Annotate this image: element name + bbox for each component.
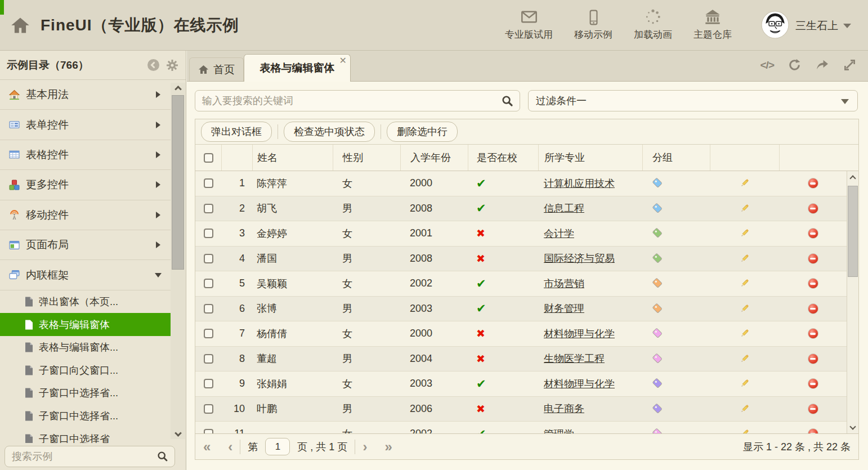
sidebar-subitem[interactable]: 弹出窗体（本页... [0, 290, 171, 314]
sidebar-subitem[interactable]: 子窗口向父窗口... [0, 359, 171, 382]
major-link[interactable]: 财务管理 [544, 302, 584, 315]
col-group[interactable]: 分组 [642, 145, 710, 171]
check-selection-button[interactable]: 检查选中项状态 [284, 122, 375, 142]
edit-pencil-icon[interactable] [739, 277, 750, 289]
nav-mobile[interactable]: 移动示例 [574, 7, 612, 41]
major-link[interactable]: 信息工程 [544, 202, 584, 215]
keyword-search-input[interactable] [195, 95, 502, 107]
sidebar-subitem[interactable]: 表格与编辑窗体... [0, 336, 171, 359]
tab-home[interactable]: 首页 [189, 57, 244, 81]
sidebar-item-mobile[interactable]: 移动控件 [0, 200, 171, 230]
sidebar-item-layout[interactable]: 页面布局 [0, 230, 171, 260]
major-link[interactable]: 材料物理与化学 [544, 327, 615, 341]
edit-pencil-icon[interactable] [739, 203, 750, 214]
refresh-icon[interactable] [788, 58, 802, 72]
delete-icon[interactable] [808, 253, 818, 264]
sidebar-scrollbar[interactable] [171, 83, 185, 439]
edit-pencil-icon[interactable] [739, 353, 750, 365]
edit-pencil-icon[interactable] [739, 328, 750, 339]
prev-page-icon[interactable]: ‹ [228, 440, 232, 454]
row-checkbox[interactable] [204, 354, 213, 364]
sidebar-subitem[interactable]: 子窗口中选择省... [0, 382, 171, 405]
major-link[interactable]: 计算机应用技术 [544, 177, 615, 190]
col-gender[interactable]: 性别 [333, 145, 400, 171]
share-icon[interactable] [815, 58, 829, 72]
major-link[interactable]: 市场营销 [544, 277, 584, 290]
edit-pencil-icon[interactable] [739, 378, 750, 390]
col-enrolled[interactable]: 是否在校 [468, 145, 538, 171]
scroll-down-icon[interactable] [171, 427, 185, 439]
scroll-up-icon[interactable] [847, 172, 858, 185]
sidebar-item-more[interactable]: 更多控件 [0, 170, 171, 200]
user-menu[interactable]: 三生石上 [795, 19, 851, 33]
nav-themes[interactable]: 主题仓库 [693, 7, 732, 41]
cell-gender: 女 [333, 371, 400, 396]
major-link[interactable]: 会计学 [544, 227, 574, 240]
scroll-up-icon[interactable] [171, 83, 185, 95]
table-scrollbar[interactable] [847, 171, 858, 434]
search-icon[interactable] [502, 95, 513, 107]
avatar[interactable] [761, 11, 789, 39]
row-checkbox[interactable] [204, 178, 213, 188]
delete-icon[interactable] [808, 378, 818, 389]
edit-pencil-icon[interactable] [739, 403, 750, 415]
gear-icon[interactable] [165, 59, 179, 72]
edit-pencil-icon[interactable] [739, 303, 750, 315]
delete-icon[interactable] [808, 404, 818, 414]
page-number-input[interactable] [265, 438, 290, 455]
delete-icon[interactable] [808, 203, 818, 214]
col-year[interactable]: 入学年份 [400, 145, 468, 171]
sidebar-item-basic[interactable]: 基本用法 [0, 80, 171, 110]
edit-pencil-icon[interactable] [739, 253, 750, 265]
row-checkbox[interactable] [204, 254, 213, 263]
row-checkbox[interactable] [204, 329, 213, 338]
sidebar-subitem[interactable]: 子窗口中选择省 [0, 427, 171, 443]
next-page-icon[interactable]: › [363, 440, 367, 454]
nav-loading[interactable]: 加载动画 [634, 7, 672, 41]
sidebar-item-grid[interactable]: 表格控件 [0, 140, 171, 170]
tab-active[interactable]: 表格与编辑窗体 ✕ [244, 54, 351, 82]
major-link[interactable]: 电子商务 [544, 402, 584, 415]
scroll-down-icon[interactable] [847, 420, 858, 433]
delete-icon[interactable] [808, 353, 818, 364]
sidebar-subitem-active[interactable]: 表格与编辑窗体 [0, 313, 171, 336]
row-checkbox[interactable] [204, 379, 213, 388]
nav-trial[interactable]: 专业版试用 [505, 7, 553, 41]
sidebar-item-iframe[interactable]: 内联框架 [0, 260, 171, 290]
filter-dropdown[interactable]: 过滤条件一 [528, 90, 858, 111]
col-major[interactable]: 所学专业 [538, 145, 642, 171]
row-checkbox[interactable] [204, 404, 213, 414]
major-link[interactable]: 生物医学工程 [544, 352, 605, 365]
expand-icon[interactable] [843, 58, 857, 72]
major-link[interactable]: 材料物理与化学 [544, 377, 615, 391]
code-icon[interactable]: </> [760, 59, 774, 71]
scrollbar-thumb[interactable] [848, 186, 858, 277]
open-dialog-button[interactable]: 弹出对话框 [201, 122, 272, 142]
search-icon[interactable] [157, 451, 168, 462]
row-checkbox[interactable] [204, 229, 213, 238]
sidebar-subitem[interactable]: 子窗口中选择省... [0, 405, 171, 428]
select-all-checkbox[interactable] [204, 153, 213, 163]
major-link[interactable]: 国际经济与贸易 [544, 252, 615, 265]
col-name[interactable]: 姓名 [252, 145, 333, 171]
row-checkbox[interactable] [204, 279, 213, 288]
first-page-icon[interactable]: « [203, 440, 211, 454]
row-checkbox[interactable] [204, 304, 213, 314]
row-checkbox[interactable] [204, 204, 213, 213]
scrollbar-thumb[interactable] [172, 95, 184, 270]
delete-icon[interactable] [808, 278, 818, 289]
edit-pencil-icon[interactable] [739, 227, 750, 239]
tag-icon [652, 403, 664, 415]
delete-icon[interactable] [808, 178, 818, 189]
delete-selected-button[interactable]: 删除选中行 [387, 122, 458, 142]
sidebar-item-form[interactable]: 表单控件 [0, 110, 171, 140]
sidebar-search-input[interactable] [5, 451, 157, 463]
last-page-icon[interactable]: » [384, 440, 392, 454]
delete-icon[interactable] [808, 303, 818, 314]
delete-icon[interactable] [808, 328, 818, 339]
delete-icon[interactable] [808, 228, 818, 239]
collapse-back-icon[interactable] [147, 59, 160, 71]
edit-pencil-icon[interactable] [739, 177, 750, 189]
home-icon[interactable] [10, 15, 30, 35]
close-icon[interactable]: ✕ [339, 55, 347, 66]
